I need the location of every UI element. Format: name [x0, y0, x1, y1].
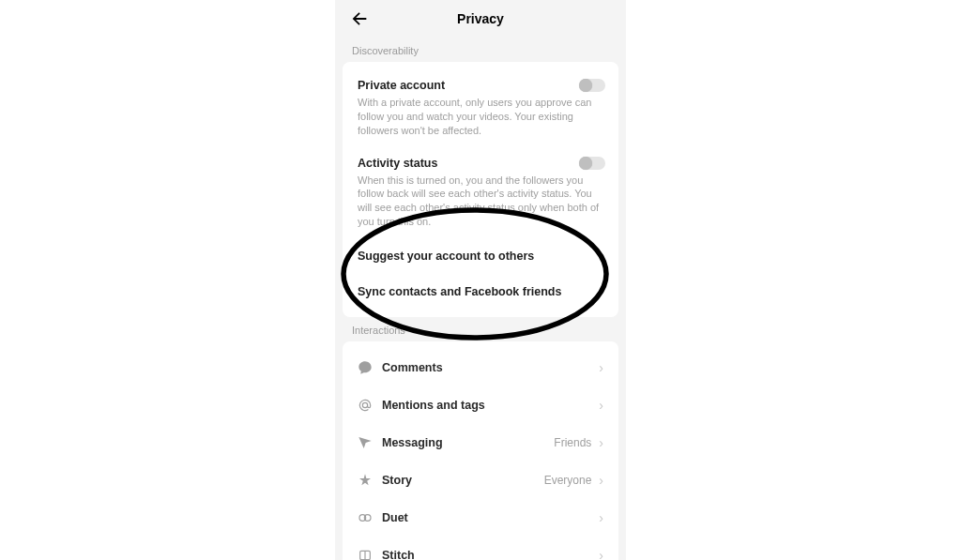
section-header-discoverability: Discoverability: [335, 38, 626, 62]
suggest-account-label: Suggest your account to others: [358, 250, 534, 263]
interaction-label: Duet: [382, 511, 408, 524]
interaction-label: Story: [382, 474, 412, 487]
chevron-right-icon: ›: [599, 474, 603, 487]
interactions-card: Comments›Mentions and tags›MessagingFrie…: [343, 341, 618, 560]
activity-status-title: Activity status: [358, 157, 603, 170]
interaction-left: Stitch: [358, 548, 415, 560]
mention-icon: [358, 398, 373, 413]
private-account-desc: With a private account, only users you a…: [358, 96, 603, 138]
chevron-right-icon: ›: [599, 285, 603, 298]
interaction-right: Everyone›: [544, 474, 603, 487]
comment-icon: [358, 360, 373, 375]
discoverability-card: Private account With a private account, …: [343, 62, 618, 317]
interaction-value: Friends: [554, 436, 591, 449]
stitch-icon: [358, 548, 373, 560]
interaction-label: Mentions and tags: [382, 399, 485, 412]
header-bar: Privacy: [335, 0, 626, 38]
app-stage: Privacy Discoverability Private account …: [0, 0, 961, 560]
interaction-label: Stitch: [382, 549, 415, 560]
interaction-right: ›: [591, 549, 603, 560]
private-account-title: Private account: [358, 79, 603, 92]
interaction-row-story[interactable]: StoryEveryone›: [354, 462, 607, 499]
private-account-toggle[interactable]: [579, 79, 605, 92]
duet-icon: [358, 510, 373, 525]
interaction-left: Duet: [358, 510, 408, 525]
chevron-right-icon: ›: [599, 361, 603, 374]
activity-status-row: Activity status When this is turned on, …: [354, 147, 607, 238]
chevron-right-icon: ›: [599, 436, 603, 449]
interaction-label: Messaging: [382, 436, 443, 449]
interaction-left: Mentions and tags: [358, 398, 485, 413]
private-account-row: Private account With a private account, …: [354, 69, 607, 147]
activity-status-toggle[interactable]: [579, 157, 605, 170]
suggest-account-row[interactable]: Suggest your account to others ›: [354, 238, 607, 274]
interaction-left: Messaging: [358, 435, 443, 450]
interaction-row-comments[interactable]: Comments›: [354, 349, 607, 386]
phone-frame: Privacy Discoverability Private account …: [335, 0, 626, 560]
toggle-knob: [579, 157, 592, 170]
sync-contacts-label: Sync contacts and Facebook friends: [358, 285, 561, 298]
story-icon: [358, 473, 373, 488]
interaction-value: Everyone: [544, 474, 592, 487]
chevron-right-icon: ›: [599, 250, 603, 263]
chevron-right-icon: ›: [599, 549, 603, 560]
back-arrow-icon: [349, 8, 370, 29]
page-title: Privacy: [457, 11, 504, 26]
interaction-row-stitch[interactable]: Stitch›: [354, 537, 607, 560]
interaction-right: Friends›: [554, 436, 603, 449]
interaction-right: ›: [591, 399, 603, 412]
interaction-label: Comments: [382, 361, 443, 374]
interaction-left: Comments: [358, 360, 443, 375]
sync-contacts-row[interactable]: Sync contacts and Facebook friends ›: [354, 274, 607, 310]
activity-status-desc: When this is turned on, you and the foll…: [358, 174, 603, 229]
toggle-knob: [579, 79, 592, 92]
message-icon: [358, 435, 373, 450]
interaction-row-duet[interactable]: Duet›: [354, 499, 607, 537]
interaction-left: Story: [358, 473, 412, 488]
section-header-interactions: Interactions: [335, 317, 626, 341]
interaction-right: ›: [591, 361, 603, 374]
back-button[interactable]: [348, 8, 371, 30]
chevron-right-icon: ›: [599, 511, 603, 524]
chevron-right-icon: ›: [599, 399, 603, 412]
interaction-row-messaging[interactable]: MessagingFriends›: [354, 424, 607, 462]
interaction-right: ›: [591, 511, 603, 524]
interaction-row-mentions-and-tags[interactable]: Mentions and tags›: [354, 386, 607, 424]
